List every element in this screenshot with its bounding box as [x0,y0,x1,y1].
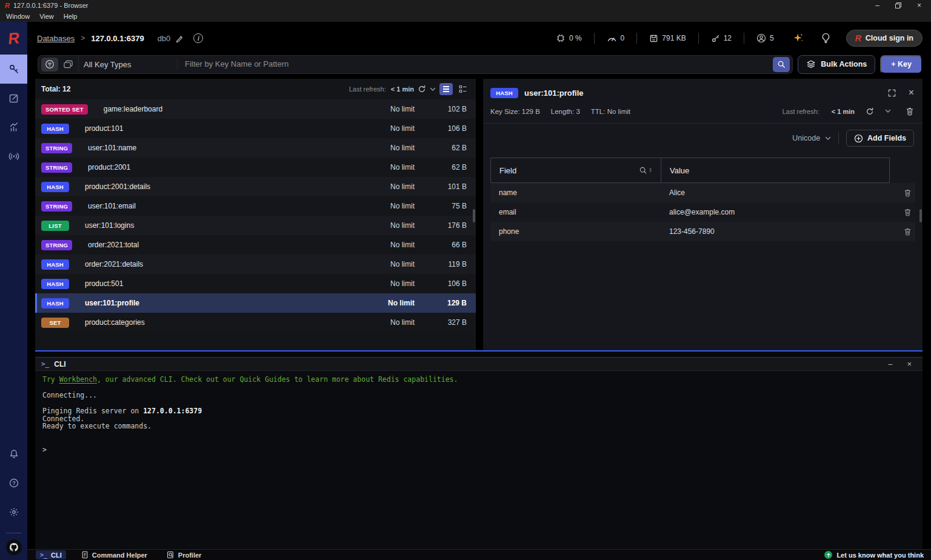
minimize-icon[interactable]: – [875,1,879,10]
value-column-header[interactable]: Value [670,166,689,175]
key-row[interactable]: STRING user:101:name No limit 62 B [35,138,476,158]
close-icon[interactable]: × [917,1,921,10]
sidebar-item-browser[interactable] [0,55,27,84]
fields-table-header: Field ‖ Value [490,158,890,183]
menu-window[interactable]: Window [6,13,30,20]
keys-icon [711,34,720,43]
field-column-header[interactable]: Field [499,166,516,175]
workbench-link[interactable]: Workbench [59,375,97,384]
sidebar-item-analytics[interactable] [0,113,27,142]
sidebar-item-help[interactable]: ? [0,468,27,498]
menu-view[interactable]: View [39,13,54,20]
cpu-icon [556,33,566,43]
delete-field-icon[interactable] [890,208,915,216]
add-key-button[interactable]: + Key [880,55,923,74]
key-row[interactable]: SORTED SET game:leaderboard No limit 102… [35,99,476,119]
key-row[interactable]: HASH user:101:profile No limit 129 B [35,293,476,313]
delete-field-icon[interactable] [890,188,915,197]
insights-bulb-icon[interactable] [815,33,836,44]
key-size: 129 B [423,299,467,307]
key-type-badge: HASH [41,124,69,134]
key-row[interactable]: HASH product:2001:details No limit 101 B [35,177,476,196]
key-row[interactable]: HASH product:501 No limit 106 B [35,274,476,293]
cli-resize-handle[interactable] [35,350,923,358]
key-filter-input[interactable] [177,58,768,70]
table-row[interactable]: email alice@example.com [490,202,915,222]
stat-cpu: 0 % [549,33,589,43]
breadcrumb-databases[interactable]: Databases [37,34,75,43]
redis-cloud-icon: R [855,33,861,43]
filter-mode-icon[interactable] [41,58,58,72]
github-icon[interactable] [6,539,22,555]
column-resize-handle[interactable]: ‖ [649,167,652,173]
menu-help[interactable]: Help [64,13,78,20]
key-name: user:101:email [88,202,352,210]
key-row[interactable]: HASH product:101 No limit 106 B [35,119,476,138]
table-row[interactable]: name Alice [490,183,915,202]
list-view-button[interactable] [439,83,453,95]
sidebar-item-workbench[interactable] [0,84,27,113]
key-size: 106 B [423,124,467,133]
key-type-select[interactable]: All Key Types [78,56,172,73]
fullscreen-icon[interactable] [887,88,896,98]
cloud-signin-button[interactable]: R Cloud sign in [846,30,923,47]
key-ttl: No limit [360,144,415,152]
maximize-icon[interactable] [895,2,901,8]
key-type-badge: SORTED SET [41,104,88,115]
detail-refresh-chevron-icon[interactable] [885,109,891,113]
cli-minimize-icon[interactable]: – [883,359,897,368]
key-row[interactable]: SET product:categories No limit 327 B [35,313,476,332]
cli-output[interactable]: Try Workbench, our advanced CLI. Check o… [35,371,923,549]
feedback-link[interactable]: Let us know what you think [824,551,924,559]
details-scrollbar[interactable] [919,209,922,222]
cli-prompt[interactable]: > [42,446,923,454]
tree-view-button[interactable] [456,83,470,95]
header: Databases > 127.0.0.1:6379 db0 i 0 % 0 [27,22,931,55]
edit-alias-icon[interactable] [175,34,184,42]
db-selector[interactable]: db0 [158,34,171,43]
table-row[interactable]: phone 123-456-7890 [490,222,915,241]
delete-field-icon[interactable] [890,227,915,236]
key-row[interactable]: STRING product:2001 No limit 62 B [35,158,476,177]
search-button[interactable] [773,57,790,72]
key-name: product:2001:details [85,182,352,191]
redis-logo[interactable]: R [0,22,27,55]
copilot-icon[interactable] [786,32,810,44]
close-details-icon[interactable]: × [903,87,914,98]
cli-close-icon[interactable]: × [902,359,916,368]
key-ttl[interactable]: TTL: No limit [591,108,630,115]
key-type-badge: STRING [41,240,72,250]
tab-command-helper[interactable]: Command Helper [77,550,152,559]
feedback-icon [824,551,832,559]
bulk-actions-button[interactable]: Bulk Actions [798,55,875,74]
refresh-icon[interactable] [418,85,426,93]
users-icon [756,33,766,43]
window-title: 127.0.0.1:6379 - Browser [13,2,88,9]
key-icon [8,63,20,75]
chevron-down-icon [825,136,831,141]
sidebar: R ? [0,22,27,560]
refresh-options-chevron-icon[interactable] [430,87,436,92]
tab-profiler[interactable]: Profiler [162,550,206,559]
key-name: user:101:logins [85,221,352,230]
key-ttl: No limit [360,202,415,210]
tab-cli[interactable]: >_ CLI [36,550,66,559]
key-row[interactable]: LIST user:101:logins No limit 176 B [35,216,476,235]
add-fields-button[interactable]: Add Fields [846,130,914,147]
key-row[interactable]: HASH order:2021:details No limit 119 B [35,255,476,274]
key-row[interactable]: STRING order:2021:total No limit 66 B [35,235,476,255]
sidebar-item-settings[interactable] [0,498,27,527]
delete-key-icon[interactable] [906,107,914,116]
detail-key-name[interactable]: user:101:profile [524,88,584,98]
field-search-icon[interactable]: ‖ [639,166,652,175]
key-size: 176 B [423,221,467,230]
sidebar-item-notifications[interactable] [0,439,27,468]
detail-refresh-icon[interactable] [866,107,874,116]
sidebar-item-pubsub[interactable] [0,142,27,171]
info-icon[interactable]: i [193,33,203,43]
encoding-select[interactable]: Unicode [792,134,831,142]
stat-commands: 0 [599,34,632,43]
saved-filters-icon[interactable] [63,60,73,69]
key-row[interactable]: STRING user:101:email No limit 75 B [35,196,476,216]
key-list-scrollbar[interactable] [473,209,475,222]
